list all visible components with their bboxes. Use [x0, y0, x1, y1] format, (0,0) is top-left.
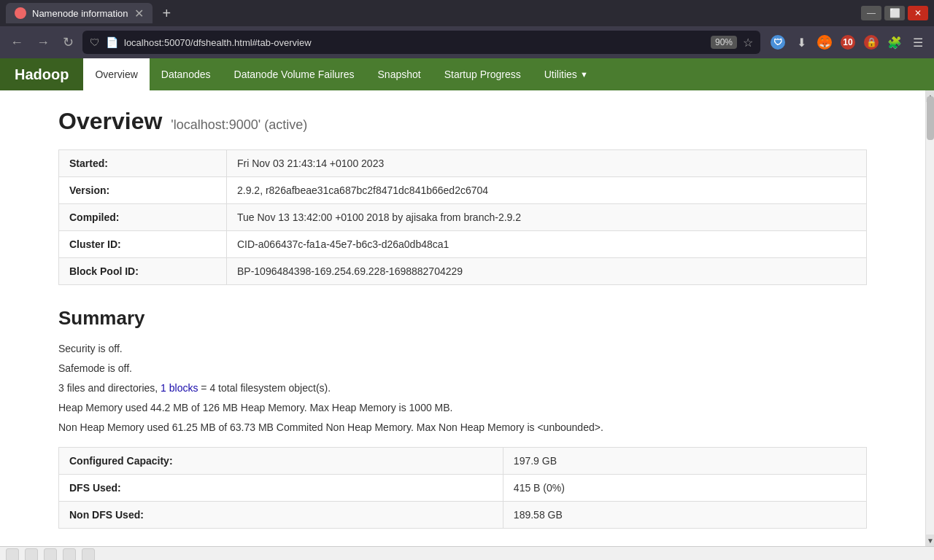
status-button-1[interactable]: [6, 548, 19, 561]
overview-subtitle: 'localhost:9000' (active): [171, 117, 307, 133]
capacity-label-configured: Configured Capacity:: [59, 448, 503, 475]
bookmark-icon[interactable]: ☆: [743, 36, 753, 50]
nav-startup-progress[interactable]: Startup Progress: [433, 58, 533, 90]
main-content: Overview 'localhost:9000' (active) Start…: [0, 90, 925, 546]
minimize-button[interactable]: —: [861, 6, 881, 20]
nav-snapshot[interactable]: Snapshot: [366, 58, 433, 90]
table-row: Version: 2.9.2, r826afbeae31ca687bc2f847…: [59, 177, 867, 204]
overview-title-text: Overview: [58, 108, 162, 135]
capacity-label-dfs-used: DFS Used:: [59, 475, 503, 502]
hadoop-nav: Hadoop Overview Datanodes Datanode Volum…: [0, 58, 934, 90]
zoom-badge[interactable]: 90%: [711, 36, 737, 49]
scrollbar-track: ▲ ▼: [925, 90, 934, 546]
ext-red1-icon[interactable]: 10: [838, 32, 858, 52]
nav-overview[interactable]: Overview: [83, 58, 149, 90]
capacity-value-dfs-used: 415 B (0%): [503, 475, 866, 502]
summary-section: Summary Security is off. Safemode is off…: [58, 307, 867, 529]
toolbar-extension-icons: 🛡 ⬇ 🦊 10 🔒 🧩 ☰: [768, 32, 928, 52]
summary-heading: Summary: [58, 307, 867, 330]
status-button-5[interactable]: [82, 548, 95, 561]
forward-button[interactable]: →: [32, 32, 54, 53]
overview-section: Overview 'localhost:9000' (active) Start…: [58, 108, 867, 285]
info-table: Started: Fri Nov 03 21:43:14 +0100 2023 …: [58, 149, 867, 285]
non-heap-memory: Non Heap Memory used 61.25 MB of 63.73 M…: [58, 420, 867, 435]
table-row: Compiled: Tue Nov 13 13:42:00 +0100 2018…: [59, 204, 867, 231]
title-bar: Namenode information ✕ + — ⬜ ✕: [0, 0, 934, 26]
filesystem-objects: 3 files and directories, 1 blocks = 4 to…: [58, 381, 867, 396]
info-label-block-pool-id: Block Pool ID:: [59, 258, 227, 285]
table-row: Block Pool ID: BP-1096484398-169.254.69.…: [59, 258, 867, 285]
capacity-value-configured: 197.9 GB: [503, 448, 866, 475]
info-label-started: Started:: [59, 150, 227, 177]
reload-button[interactable]: ↻: [58, 31, 78, 53]
tab-close-button[interactable]: ✕: [134, 7, 144, 20]
browser-tab[interactable]: Namenode information ✕: [6, 3, 153, 23]
close-button[interactable]: ✕: [908, 6, 928, 20]
page-wrapper: Overview 'localhost:9000' (active) Start…: [0, 90, 934, 546]
info-label-version: Version:: [59, 177, 227, 204]
table-row: Started: Fri Nov 03 21:43:14 +0100 2023: [59, 150, 867, 177]
info-value-cluster-id: CID-a066437c-fa1a-45e7-b6c3-d26a0db48ca1: [227, 231, 867, 258]
page-icon: 📄: [106, 36, 118, 48]
table-row: Cluster ID: CID-a066437c-fa1a-45e7-b6c3-…: [59, 231, 867, 258]
shield-extension-icon[interactable]: 🛡: [768, 32, 788, 52]
capacity-label-non-dfs: Non DFS Used:: [59, 502, 503, 529]
capacity-table: Configured Capacity: 197.9 GB DFS Used: …: [58, 447, 867, 529]
status-button-2[interactable]: [25, 548, 38, 561]
info-label-compiled: Compiled:: [59, 204, 227, 231]
window-controls: — ⬜ ✕: [861, 6, 928, 20]
info-value-compiled: Tue Nov 13 13:42:00 +0100 2018 by ajisak…: [227, 204, 867, 231]
heap-memory: Heap Memory used 44.2 MB of 126 MB Heap …: [58, 400, 867, 416]
utilities-arrow-icon: ▼: [580, 70, 588, 79]
info-label-cluster-id: Cluster ID:: [59, 231, 227, 258]
nav-utilities[interactable]: Utilities ▼: [533, 58, 600, 90]
url-text: localhost:50070/dfshealth.html#tab-overv…: [124, 37, 705, 48]
utilities-label: Utilities: [544, 69, 577, 80]
nav-datanode-volume-failures[interactable]: Datanode Volume Failures: [223, 58, 366, 90]
table-row: Non DFS Used: 189.58 GB: [59, 502, 867, 529]
security-status: Security is off.: [58, 341, 867, 357]
browser-toolbar: ← → ↻ 🛡 📄 localhost:50070/dfshealth.html…: [0, 26, 934, 58]
scroll-down-arrow[interactable]: ▼: [926, 534, 934, 546]
new-tab-button[interactable]: +: [158, 5, 176, 22]
safemode-status: Safemode is off.: [58, 361, 867, 376]
back-button[interactable]: ←: [6, 32, 28, 53]
table-row: DFS Used: 415 B (0%): [59, 475, 867, 502]
blocks-link[interactable]: 1 blocks: [161, 382, 198, 394]
firefox-ext1-icon[interactable]: 🦊: [814, 32, 835, 52]
info-value-started: Fri Nov 03 21:43:14 +0100 2023: [227, 150, 867, 177]
extensions-icon[interactable]: 🧩: [884, 32, 905, 52]
tab-title: Namenode information: [32, 8, 128, 19]
overview-heading: Overview 'localhost:9000' (active): [58, 108, 867, 135]
ext-red2-icon[interactable]: 🔒: [861, 32, 881, 52]
download-icon[interactable]: ⬇: [791, 32, 811, 52]
status-bar: [0, 546, 934, 560]
menu-icon[interactable]: ☰: [908, 32, 928, 52]
table-row: Configured Capacity: 197.9 GB: [59, 448, 867, 475]
scrollbar-thumb[interactable]: [927, 96, 934, 140]
info-value-block-pool-id: BP-1096484398-169.254.69.228-16988827042…: [227, 258, 867, 285]
status-button-4[interactable]: [63, 548, 76, 561]
nav-datanodes[interactable]: Datanodes: [150, 58, 223, 90]
info-value-version: 2.9.2, r826afbeae31ca687bc2f8471dc841b66…: [227, 177, 867, 204]
maximize-button[interactable]: ⬜: [884, 6, 905, 20]
address-bar[interactable]: 🛡 📄 localhost:50070/dfshealth.html#tab-o…: [82, 31, 760, 54]
capacity-value-non-dfs: 189.58 GB: [503, 502, 866, 529]
hadoop-logo: Hadoop: [0, 58, 83, 90]
shield-icon: 🛡: [90, 36, 100, 48]
status-button-3[interactable]: [44, 548, 57, 561]
tab-favicon: [15, 7, 26, 19]
